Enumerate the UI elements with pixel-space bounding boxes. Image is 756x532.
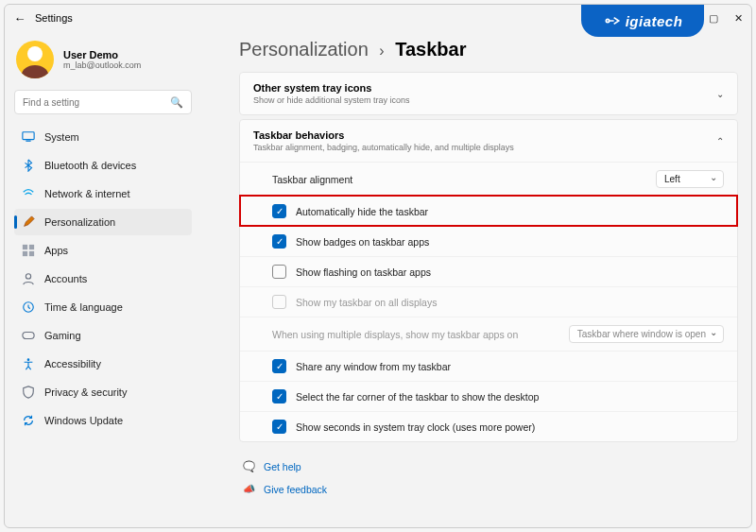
behaviors-header[interactable]: Taskbar behaviors Taskbar alignment, bad… — [240, 120, 737, 162]
system-icon — [22, 130, 35, 144]
checkbox-all-displays — [272, 295, 286, 309]
breadcrumb-current: Taskbar — [395, 39, 466, 60]
svg-rect-2 — [26, 141, 30, 142]
user-email: m_lab@outlook.com — [63, 60, 141, 70]
get-help-link[interactable]: 🗨️ Get help — [243, 455, 738, 478]
window-title: Settings — [35, 12, 73, 24]
row-multi-displays: When using multiple displays, show my ta… — [240, 317, 737, 351]
svg-rect-4 — [29, 245, 34, 249]
checkbox-far-corner[interactable] — [272, 389, 286, 403]
feedback-icon: 📣 — [243, 483, 256, 496]
avatar — [16, 41, 54, 78]
breadcrumb-parent[interactable]: Personalization — [239, 39, 369, 60]
row-badges[interactable]: Show badges on taskbar apps — [240, 226, 737, 256]
chevron-down-icon: ⌄ — [716, 89, 724, 99]
help-icon: 🗨️ — [243, 460, 256, 473]
row-alignment: Taskbar alignment Left — [240, 163, 737, 196]
gaming-icon — [22, 329, 35, 342]
update-icon — [22, 414, 35, 427]
accounts-icon — [22, 272, 35, 285]
row-share[interactable]: Share any window from my taskbar — [240, 351, 737, 381]
close-button[interactable]: ✕ — [732, 12, 744, 25]
back-button[interactable]: ← — [12, 11, 27, 26]
breadcrumb: Personalization › Taskbar — [239, 39, 738, 60]
sidebar-item-gaming[interactable]: Gaming — [14, 322, 192, 349]
sidebar-item-system[interactable]: System — [14, 124, 192, 150]
sidebar: User Demo m_lab@outlook.com 🔍 System Blu… — [5, 31, 201, 527]
checkbox-badges[interactable] — [272, 234, 286, 249]
row-flashing[interactable]: Show flashing on taskbar apps — [240, 256, 737, 286]
alignment-select[interactable]: Left — [656, 170, 724, 188]
sidebar-item-privacy[interactable]: Privacy & security — [14, 379, 192, 405]
brush-icon — [22, 215, 35, 229]
checkbox-flashing[interactable] — [272, 265, 286, 279]
search-input[interactable] — [23, 97, 170, 108]
sidebar-item-bluetooth[interactable]: Bluetooth & devices — [14, 152, 192, 179]
svg-rect-5 — [23, 251, 27, 256]
multi-select: Taskbar where window is open — [569, 325, 724, 343]
apps-icon — [22, 244, 35, 257]
sidebar-item-accounts[interactable]: Accounts — [14, 266, 192, 292]
search-icon: 🔍 — [170, 96, 183, 109]
checkbox-share[interactable] — [272, 359, 286, 373]
sidebar-item-personalization[interactable]: Personalization — [14, 209, 192, 235]
give-feedback-link[interactable]: 📣 Give feedback — [243, 478, 738, 501]
sidebar-item-time[interactable]: Time & language — [14, 294, 192, 320]
row-all-displays: Show my taskbar on all displays — [240, 286, 737, 317]
row-seconds[interactable]: Show seconds in system tray clock (uses … — [240, 411, 737, 441]
search-box[interactable]: 🔍 — [14, 90, 192, 114]
svg-rect-1 — [23, 132, 34, 140]
sidebar-item-accessibility[interactable]: Accessibility — [14, 351, 192, 377]
accessibility-icon — [22, 357, 35, 370]
wifi-icon — [22, 187, 35, 200]
svg-point-0 — [606, 19, 609, 22]
svg-rect-3 — [23, 245, 27, 249]
clock-icon — [22, 300, 35, 314]
chevron-up-icon: ⌃ — [716, 136, 724, 146]
user-block[interactable]: User Demo m_lab@outlook.com — [14, 37, 192, 90]
checkbox-autohide[interactable] — [272, 204, 286, 218]
row-far-corner[interactable]: Select the far corner of the taskbar to … — [240, 381, 737, 411]
sidebar-item-update[interactable]: Windows Update — [14, 407, 192, 434]
bluetooth-icon — [22, 159, 35, 172]
user-name: User Demo — [63, 49, 141, 60]
sidebar-item-network[interactable]: Network & internet — [14, 180, 192, 207]
main-content: Personalization › Taskbar Other system t… — [201, 31, 751, 527]
card-taskbar-behaviors: Taskbar behaviors Taskbar alignment, bad… — [239, 119, 738, 442]
sidebar-item-apps[interactable]: Apps — [14, 237, 192, 264]
maximize-button[interactable]: ▢ — [708, 12, 719, 25]
brand-logo: igiatech — [581, 5, 704, 37]
svg-point-7 — [26, 274, 30, 279]
svg-point-10 — [27, 358, 30, 361]
row-autohide[interactable]: Automatically hide the taskbar — [240, 196, 737, 226]
svg-rect-6 — [29, 251, 34, 256]
svg-rect-9 — [23, 333, 34, 339]
card-tray-icons[interactable]: Other system tray icons Show or hide add… — [239, 72, 738, 115]
checkbox-seconds[interactable] — [272, 420, 286, 434]
shield-icon — [22, 386, 35, 399]
